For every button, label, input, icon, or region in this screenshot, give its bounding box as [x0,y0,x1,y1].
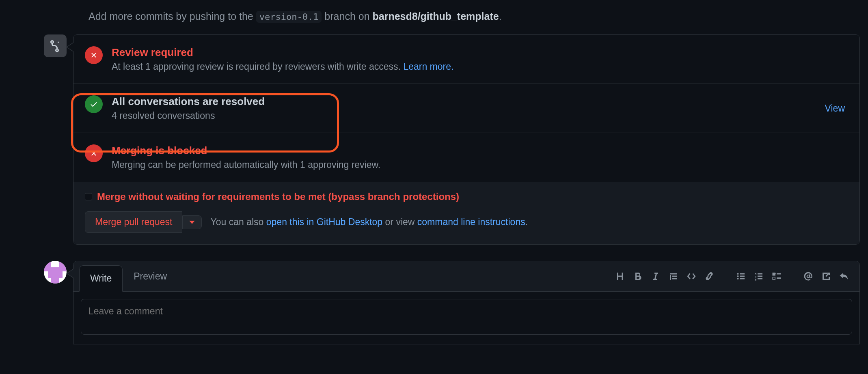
x-icon [85,46,103,64]
blocked-title: Merging is blocked [112,144,380,157]
comment-tabs: Write Preview [73,261,859,292]
push-hint-suffix: . [499,11,502,22]
tab-preview[interactable]: Preview [123,263,178,290]
mention-icon[interactable] [803,271,813,281]
markdown-toolbar [615,271,853,281]
bypass-protections-label[interactable]: Merge without waiting for requirements t… [85,191,848,202]
x-icon [85,144,103,162]
push-hint: Add more commits by pushing to the versi… [89,11,860,22]
conversations-desc: 4 resolved conversations [112,110,265,121]
merge-icon [44,34,67,57]
comment-textarea[interactable] [81,299,852,335]
open-github-desktop-link[interactable]: open this in GitHub Desktop [266,217,382,227]
italic-icon[interactable] [651,271,661,281]
numbered-list-icon[interactable] [754,271,764,281]
push-hint-prefix: Add more commits by pushing to the [89,11,256,22]
code-icon[interactable] [687,271,696,281]
status-conversations-resolved: All conversations are resolved 4 resolve… [73,84,859,133]
learn-more-link[interactable]: Learn more. [403,61,453,72]
merge-options-dropdown[interactable] [182,215,202,229]
review-required-desc: At least 1 approving review is required … [112,61,453,72]
bypass-protections-checkbox[interactable] [85,193,92,200]
view-conversations-link[interactable]: View [825,103,845,114]
comment-composer: Write Preview [73,261,860,344]
svg-point-0 [737,273,738,275]
task-list-icon[interactable] [772,271,782,281]
blocked-desc: Merging can be performed automatically w… [112,159,380,170]
cli-instructions-link[interactable]: command line instructions [417,217,525,227]
caret-down-icon [189,221,195,224]
merge-pull-request-button[interactable]: Merge pull request [85,211,182,233]
avatar [44,261,67,284]
conversations-title: All conversations are resolved [112,95,265,108]
check-icon [85,95,103,113]
heading-icon[interactable] [615,271,625,281]
review-required-title: Review required [112,46,453,59]
merge-status-box: Review required At least 1 approving rev… [73,34,860,245]
branch-name: version-0.1 [256,11,322,23]
svg-point-2 [737,278,738,279]
tab-write[interactable]: Write [79,265,123,292]
reply-icon[interactable] [839,271,849,281]
merge-footer: Merge without waiting for requirements t… [73,182,859,244]
link-icon[interactable] [704,271,714,281]
repo-name: barnesd8/github_template [373,11,499,22]
quote-icon[interactable] [669,271,678,281]
cross-reference-icon[interactable] [821,271,831,281]
bold-icon[interactable] [633,271,643,281]
push-hint-middle: branch on [322,11,372,22]
merge-alt-text: You can also open this in GitHub Desktop… [211,217,528,228]
svg-point-1 [737,275,738,277]
status-review-required: Review required At least 1 approving rev… [73,35,859,84]
status-merging-blocked: Merging is blocked Merging can be perfor… [73,133,859,182]
bulleted-list-icon[interactable] [736,271,746,281]
